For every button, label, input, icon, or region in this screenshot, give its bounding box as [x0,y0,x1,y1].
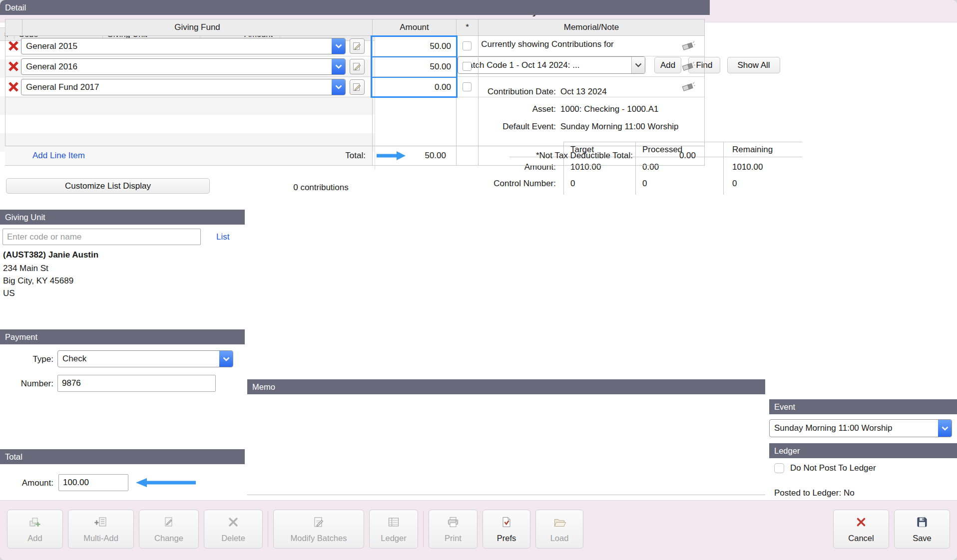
giving-unit-address-line: 234 Main St [3,263,48,275]
fund-select-value: General Fund 2017 [21,79,332,95]
delete-row-icon[interactable] [6,59,20,76]
summary-control-remaining: 0 [732,177,737,190]
detail-row: General 2015 50.00 [5,36,705,56]
detail-section: Detail Giving Fund Amount * Memorial/Not… [0,0,710,15]
memo-section-header: Memo [247,379,765,394]
edit-row-icon[interactable] [350,59,365,74]
detail-section-header: Detail [0,0,710,15]
total-amount-input[interactable] [58,474,128,491]
total-amount-label: Amount: [6,475,53,491]
combo-chevron-icon [332,59,345,74]
delete-button[interactable]: Delete [204,510,263,549]
multi-add-button[interactable]: Multi-Add [68,510,134,549]
change-button[interactable]: Change [139,510,199,549]
do-not-post-checkbox[interactable] [774,463,784,473]
detail-total-label: Total: [247,146,366,166]
add-icon [28,516,41,531]
giving-unit-address-line: Big City, KY 45689 [3,275,73,287]
line-amount[interactable]: 50.00 [372,56,456,77]
detail-col-stub [5,19,22,36]
payment-number-label: Number: [9,375,53,392]
summary-control-processed: 0 [642,177,647,190]
delete-row-icon[interactable] [6,80,20,96]
giving-unit-section-header: Giving Unit [0,210,245,225]
ledger-button[interactable]: Ledger [369,510,418,549]
print-icon [447,516,460,531]
default-event-label: Default Event: [420,120,556,133]
delete-row-icon[interactable] [6,39,20,55]
cancel-button[interactable]: Cancel [833,510,889,549]
ntd-total-label: *Not Tax Deductible Total: [483,146,633,166]
fund-select[interactable]: General 2016 [21,58,346,75]
detail-col-amount: Amount [372,19,457,36]
detail-col-memorial: Memorial/Note [478,19,705,36]
summary-control-target: 0 [570,177,575,190]
ledger-icon [387,516,400,531]
edit-row-icon[interactable] [350,38,365,54]
not-tax-deductible-checkbox[interactable] [463,82,472,91]
eraser-icon[interactable] [681,61,695,74]
payment-type-label: Type: [9,351,53,367]
contribution-count: 0 contributions [270,181,372,194]
detail-row: General 2016 50.00 [5,56,705,77]
not-tax-deductible-checkbox[interactable] [463,62,472,71]
combo-chevron-icon [332,38,345,54]
asset-value: 1000: Checking - 1000.A1 [560,102,659,116]
combo-chevron-icon [938,420,952,437]
prefs-button[interactable]: Prefs [482,510,530,549]
giving-unit-list-link[interactable]: List [216,229,229,245]
detail-total-value: 50.00 [367,146,451,166]
add-line-item-link[interactable]: Add Line Item [32,146,85,166]
posted-to-ledger-text: Posted to Ledger: No [774,487,855,499]
eraser-icon[interactable] [681,81,695,95]
prefs-icon [500,516,513,531]
print-button[interactable]: Print [429,510,478,549]
fund-select-value: General 2015 [21,38,332,54]
default-event-value: Sunday Morning 11:00 Worship [560,120,679,133]
payment-number-input[interactable] [57,375,216,392]
list-row [0,115,375,133]
edit-row-icon[interactable] [350,79,365,95]
cancel-icon [855,516,868,531]
memo-textarea[interactable] [247,394,765,495]
combo-chevron-icon [332,79,345,95]
delete-icon [227,516,240,531]
event-select-value: Sunday Morning 11:00 Worship [770,420,938,437]
change-icon [162,516,175,531]
load-icon [553,516,566,531]
amount-arrow-icon [135,478,197,490]
asset-label: Asset: [420,102,556,116]
total-section-header: Total [0,449,245,464]
combo-chevron-icon [219,351,233,367]
ledger-section-header: Ledger [769,443,957,458]
eraser-icon[interactable] [681,40,695,54]
not-tax-deductible-checkbox[interactable] [463,41,472,50]
event-select[interactable]: Sunday Morning 11:00 Worship [769,419,952,437]
memo-section: Memo [247,379,765,495]
summary-col-remaining: Remaining [732,143,773,156]
modify-batches-icon [312,516,325,531]
payment-type-select[interactable]: Check [57,350,233,367]
fund-select[interactable]: General Fund 2017 [21,79,346,95]
list-row [0,96,375,115]
summary-control-label: Control Number: [450,177,556,190]
customize-list-display-button[interactable]: Customize List Display [6,178,210,194]
event-section-header: Event [769,399,957,414]
line-amount[interactable]: 50.00 [372,36,456,56]
batch-contribution-entry-window: Batch Contribution Entry # Code Giving U… [0,0,957,560]
line-amount[interactable]: 0.00 [372,77,456,97]
do-not-post-row: Do Not Post To Ledger [774,463,876,473]
batch-show-all-button[interactable]: Show All [727,57,780,73]
do-not-post-label: Do Not Post To Ledger [790,463,876,473]
ntd-total-value: 0.00 [633,146,700,166]
add-button[interactable]: Add [7,510,63,549]
giving-unit-search-input[interactable] [2,229,201,245]
modify-batches-button[interactable]: Modify Batches [273,510,364,549]
load-button[interactable]: Load [535,510,583,549]
event-ledger-section: Event Sunday Morning 11:00 Worship Ledge… [769,399,957,500]
detail-col-fund: Giving Fund [22,19,373,36]
bottom-toolbar: Add Multi-Add Change Delete Modify Batch… [0,500,957,560]
fund-select[interactable]: General 2015 [21,38,346,54]
giving-unit-name: (AUST382) Janie Austin [3,249,98,261]
save-button[interactable]: Save [894,510,950,549]
